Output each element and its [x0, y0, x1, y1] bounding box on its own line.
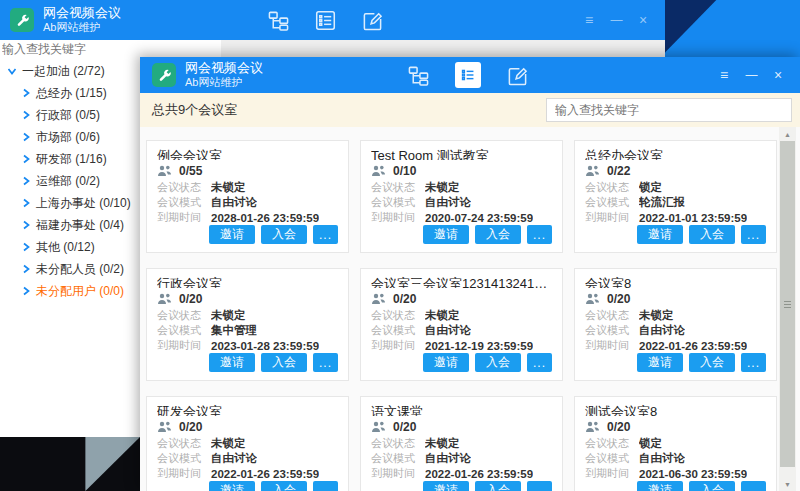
- mode-value: 集中管理: [211, 323, 257, 338]
- invite-button[interactable]: 邀请: [209, 481, 255, 491]
- vertical-scrollbar[interactable]: ▲ ▼: [779, 127, 796, 491]
- org-chart-icon[interactable]: [408, 65, 429, 86]
- more-button[interactable]: ...: [527, 481, 552, 491]
- chevron-right-icon[interactable]: [21, 220, 31, 230]
- close-button[interactable]: ×: [770, 68, 786, 82]
- sidebar-tree-item[interactable]: 行政部 (0/5): [0, 104, 140, 126]
- room-name: 测试会议室8: [585, 403, 766, 416]
- status-row: 会议状态 未锁定: [157, 180, 338, 195]
- close-button[interactable]: ×: [635, 13, 651, 27]
- chevron-right-icon[interactable]: [21, 264, 31, 274]
- join-button[interactable]: 入会: [475, 225, 521, 244]
- invite-button[interactable]: 邀请: [423, 353, 469, 372]
- expiry-row: 到期时间 2022-01-01 23:59:59: [585, 210, 766, 225]
- more-button[interactable]: ...: [313, 481, 338, 491]
- room-search-input[interactable]: [546, 98, 792, 122]
- more-button[interactable]: ...: [313, 353, 338, 372]
- room-count-text: 总共9个会议室: [152, 101, 237, 119]
- main-window: 网会视频会议 Ab网站维护 ≡ — × 总共9个会议室: [140, 57, 800, 491]
- sidebar-tree-item[interactable]: 总经办 (1/15): [0, 82, 140, 104]
- meeting-list-icon[interactable]: [455, 62, 481, 88]
- room-card: Test Room 测试教室 0/10 会议状态 未锁定 会议模式 自由讨论 到…: [360, 140, 563, 253]
- mode-label: 会议模式: [371, 195, 425, 210]
- status-label: 会议状态: [585, 308, 639, 323]
- sidebar-tree-item[interactable]: 运维部 (0/2): [0, 170, 140, 192]
- menu-button[interactable]: ≡: [581, 13, 597, 27]
- join-button[interactable]: 入会: [261, 225, 307, 244]
- sidebar-tree-item[interactable]: 上海办事处 (0/10): [0, 192, 140, 214]
- bg-title-block: 网会视频会议 Ab网站维护: [43, 6, 121, 34]
- invite-button[interactable]: 邀请: [637, 481, 683, 491]
- scroll-down-icon[interactable]: ▼: [779, 477, 796, 491]
- join-button[interactable]: 入会: [689, 225, 735, 244]
- join-button[interactable]: 入会: [261, 481, 307, 491]
- card-actions: 邀请 入会 ...: [371, 481, 552, 491]
- app-subtitle: Ab网站维护: [185, 76, 263, 89]
- card-actions: 邀请 入会 ...: [157, 225, 338, 244]
- chevron-right-icon[interactable]: [21, 154, 31, 164]
- invite-button[interactable]: 邀请: [423, 481, 469, 491]
- chevron-right-icon[interactable]: [21, 88, 31, 98]
- chevron-right-icon[interactable]: [21, 286, 31, 296]
- room-grid: 例会会议室 0/55 会议状态 未锁定 会议模式 自由讨论 到期时间 2028-…: [146, 140, 777, 491]
- status-row: 会议状态 锁定: [585, 436, 766, 451]
- edit-icon[interactable]: [362, 10, 383, 31]
- more-button[interactable]: ...: [527, 353, 552, 372]
- mode-value: 自由讨论: [639, 451, 685, 466]
- minimize-button[interactable]: —: [743, 69, 759, 81]
- chevron-right-icon[interactable]: [21, 110, 31, 120]
- chevron-right-icon[interactable]: [21, 242, 31, 252]
- menu-button[interactable]: ≡: [716, 68, 732, 82]
- join-button[interactable]: 入会: [689, 353, 735, 372]
- more-button[interactable]: ...: [741, 481, 766, 491]
- more-button[interactable]: ...: [313, 225, 338, 244]
- sidebar-tree-item[interactable]: 未分配用户 (0/0): [0, 280, 140, 302]
- tree-item-label: 福建办事处 (0/4): [36, 217, 124, 234]
- invite-button[interactable]: 邀请: [637, 225, 683, 244]
- invite-button[interactable]: 邀请: [423, 225, 469, 244]
- tree-item-label: 一起加油 (2/72): [22, 63, 105, 80]
- join-button[interactable]: 入会: [689, 481, 735, 491]
- chevron-right-icon[interactable]: [21, 176, 31, 186]
- join-button[interactable]: 入会: [261, 353, 307, 372]
- room-occupancy: 0/55: [179, 164, 202, 178]
- tree-item-label: 未分配人员 (0/2): [36, 261, 124, 278]
- more-button[interactable]: ...: [741, 225, 766, 244]
- minimize-button[interactable]: —: [608, 14, 624, 26]
- wrench-icon: [157, 68, 172, 83]
- main-title-block: 网会视频会议 Ab网站维护: [185, 61, 263, 89]
- more-button[interactable]: ...: [527, 225, 552, 244]
- org-chart-icon[interactable]: [268, 10, 289, 31]
- room-card: 例会会议室 0/55 会议状态 未锁定 会议模式 自由讨论 到期时间 2028-…: [146, 140, 349, 253]
- sidebar-search-input[interactable]: [0, 40, 223, 58]
- people-icon: [157, 421, 172, 433]
- mode-label: 会议模式: [371, 323, 425, 338]
- sidebar-tree-item[interactable]: 福建办事处 (0/4): [0, 214, 140, 236]
- room-card: 研发会议室 0/20 会议状态 未锁定 会议模式 自由讨论 到期时间 2022-…: [146, 396, 349, 491]
- chevron-right-icon[interactable]: [21, 198, 31, 208]
- status-label: 会议状态: [585, 436, 639, 451]
- invite-button[interactable]: 邀请: [209, 225, 255, 244]
- sidebar-tree-item[interactable]: 研发部 (1/16): [0, 148, 140, 170]
- more-button[interactable]: ...: [741, 353, 766, 372]
- scroll-up-icon[interactable]: ▲: [779, 127, 796, 141]
- invite-button[interactable]: 邀请: [637, 353, 683, 372]
- scrollbar-thumb[interactable]: [780, 141, 795, 467]
- meeting-list-icon[interactable]: [315, 10, 336, 31]
- room-summary-bar: 总共9个会议室: [140, 93, 800, 127]
- join-button[interactable]: 入会: [475, 481, 521, 491]
- sidebar-tree-item[interactable]: 其他 (0/12): [0, 236, 140, 258]
- join-button[interactable]: 入会: [475, 353, 521, 372]
- sidebar-tree-item[interactable]: 未分配人员 (0/2): [0, 258, 140, 280]
- chevron-right-icon[interactable]: [7, 66, 17, 76]
- sidebar-tree-item[interactable]: 市场部 (0/6): [0, 126, 140, 148]
- expiry-value: 2021-12-19 23:59:59: [425, 340, 533, 352]
- invite-button[interactable]: 邀请: [209, 353, 255, 372]
- room-card: 总经办会议室 0/22 会议状态 锁定 会议模式 轮流汇报 到期时间 2022-…: [574, 140, 777, 253]
- expiry-row: 到期时间 2021-12-19 23:59:59: [371, 338, 552, 353]
- expiry-label: 到期时间: [371, 210, 425, 225]
- chevron-right-icon[interactable]: [21, 132, 31, 142]
- sidebar-tree-item[interactable]: 一起加油 (2/72): [0, 60, 140, 82]
- card-actions: 邀请 入会 ...: [371, 353, 552, 372]
- edit-icon[interactable]: [507, 65, 528, 86]
